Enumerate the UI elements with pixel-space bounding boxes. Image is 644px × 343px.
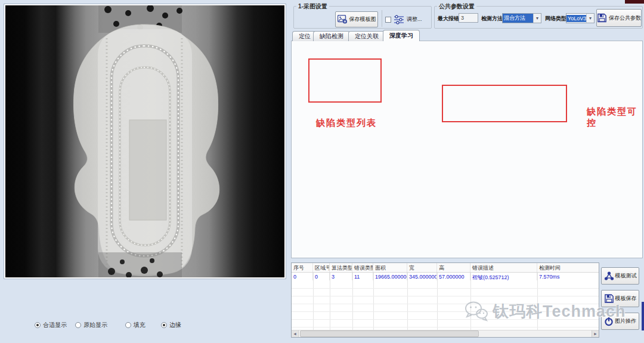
molecule-icon [604, 271, 614, 281]
horizontal-scrollbar[interactable]: ◄ ► [292, 330, 599, 337]
col-header: 检测时间 [537, 263, 599, 272]
panel-edge-strip [642, 302, 644, 330]
cell: 褶皱(0.525712) [470, 273, 537, 280]
radio-edge[interactable]: 边缘 [161, 321, 181, 329]
col-header: 高 [437, 263, 470, 272]
col-header: 区域号 [313, 263, 330, 272]
image-operations-button[interactable]: 图片操作 [601, 313, 639, 330]
cell: 57.000000 [437, 273, 470, 280]
radio-circle [125, 322, 131, 328]
network-type-dropdown[interactable]: YoLoV3 ▾ [566, 13, 595, 23]
max-error-input[interactable] [459, 13, 478, 23]
common-params-group: 公共参数设置 最大报错数 检测方法 混合方法 ▾ 网络类型 YoLoV3 ▾ 保… [434, 6, 643, 29]
sliders-icon [393, 14, 405, 25]
col-header: 序号 [292, 263, 313, 272]
radio-label: 原始显示 [83, 321, 107, 329]
capture-group-title: 1-采图设置 [296, 2, 329, 11]
result-table-header: 序号 区域号 算法类型 错误类型 面积 宽 高 错误描述 检测时间 [292, 263, 599, 273]
cell: 345.000000 [407, 273, 437, 280]
radio-circle [75, 322, 81, 328]
table-row[interactable]: 0 0 3 11 19665.000000 345.000000 57.0000… [292, 273, 599, 280]
radio-fill[interactable]: 填充 [125, 321, 145, 329]
network-type-value: YoLoV3 [566, 15, 586, 22]
cell: 11 [352, 273, 373, 280]
radio-label: 边缘 [169, 321, 181, 329]
adjust-label: 调整... [407, 16, 422, 23]
floppy-icon [604, 293, 614, 304]
tab-label: 定位 [299, 32, 311, 41]
tab-position-association[interactable]: 定位关联 [348, 31, 385, 41]
adjust-checkbox[interactable] [385, 17, 391, 23]
button-label: 图片操作 [615, 317, 636, 325]
tab-defect-detection[interactable]: 缺陷检测 [313, 31, 350, 41]
max-error-value[interactable] [459, 13, 478, 23]
col-header: 错误类型 [352, 263, 373, 272]
scrollbar-thumb[interactable] [300, 330, 479, 337]
radio-label: 填充 [134, 321, 145, 329]
tab-label: 定位关联 [355, 32, 379, 41]
cell: 0 [313, 273, 330, 280]
cell: 0 [292, 273, 313, 280]
button-label: 模板测试 [615, 272, 637, 280]
detect-method-value: 混合方法 [503, 14, 533, 23]
tab-deep-learning[interactable]: 深度学习 [383, 30, 420, 41]
titlebar-fragment [625, 0, 644, 4]
save-template-image-button[interactable]: 保存模板图 [335, 11, 378, 27]
xray-image-panel [4, 4, 286, 279]
adjust-control[interactable]: 调整... [385, 11, 429, 27]
save-common-params-label: 保存公共参数 [609, 14, 641, 22]
common-params-title: 公共参数设置 [437, 2, 476, 11]
save-template-label: 保存模板图 [349, 16, 376, 23]
template-save-button[interactable]: 模板保存 [601, 290, 639, 307]
col-header: 算法类型 [330, 263, 352, 272]
xray-pad-image [5, 5, 284, 277]
divider [382, 10, 382, 27]
radio-circle [35, 322, 41, 328]
annotation-text-class-list: 缺陷类型列表 [316, 118, 377, 129]
detect-method-label: 检测方法 [481, 15, 503, 23]
cell: 7.570ms [537, 273, 599, 280]
cell: 19665.000000 [373, 273, 407, 280]
col-header: 面积 [373, 263, 407, 272]
col-header: 错误描述 [470, 263, 537, 272]
col-header: 宽 [407, 263, 437, 272]
chevron-down-icon: ▾ [586, 14, 594, 23]
tab-label: 深度学习 [389, 32, 413, 40]
empty-rows [292, 281, 599, 330]
tab-label: 缺陷检测 [320, 32, 343, 41]
floppy-icon [597, 13, 607, 23]
capture-settings-group: 1-采图设置 保存模板图 调整... [293, 6, 432, 29]
deep-learning-tab-panel [291, 41, 643, 258]
radio-circle [161, 322, 167, 328]
radio-original-display[interactable]: 原始显示 [75, 321, 107, 329]
power-icon [604, 317, 614, 326]
scroll-right-arrow-icon[interactable]: ► [592, 330, 599, 337]
network-type-label: 网络类型 [545, 15, 566, 23]
save-common-params-button[interactable]: 保存公共参数 [596, 9, 642, 27]
template-test-button[interactable]: 模板测试 [601, 267, 639, 285]
image-plus-icon [338, 15, 348, 24]
detection-result-table[interactable]: 序号 区域号 算法类型 错误类型 面积 宽 高 错误描述 检测时间 0 0 3 … [291, 262, 599, 338]
annotation-text-mask-control: 缺陷类型可控 [587, 106, 644, 129]
scroll-left-arrow-icon[interactable]: ◄ [292, 330, 299, 337]
button-label: 模板保存 [615, 295, 637, 302]
detect-method-dropdown[interactable]: 混合方法 ▾ [502, 13, 541, 23]
cell: 3 [330, 273, 352, 280]
radio-label: 合适显示 [43, 321, 67, 329]
chevron-down-icon: ▾ [533, 14, 541, 23]
radio-fit-display[interactable]: 合适显示 [35, 321, 67, 329]
display-mode-controls: 合适显示 原始显示 填充 边缘 [0, 321, 286, 330]
